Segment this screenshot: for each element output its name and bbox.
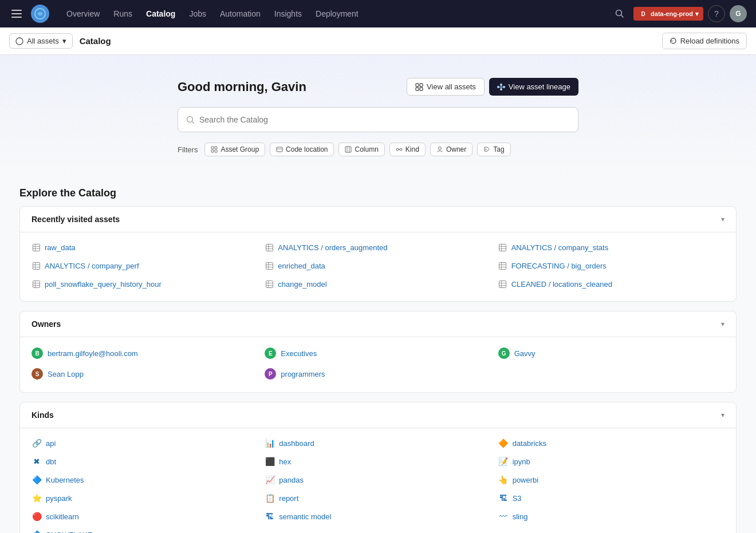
nav-runs[interactable]: Runs: [108, 6, 138, 22]
hero-action-buttons: View all assets View asset lineage: [407, 78, 578, 96]
table-icon: [498, 279, 507, 289]
owners-title: Owners: [32, 319, 61, 329]
kind-item-databricks[interactable]: 🔶 databricks: [498, 435, 724, 451]
nav-automation[interactable]: Automation: [214, 6, 266, 22]
kind-label: ipynb: [513, 457, 530, 466]
kind-item-sling[interactable]: 〰 sling: [498, 508, 724, 524]
scope-chevron: ▾: [62, 37, 66, 45]
svg-rect-42: [33, 262, 40, 269]
hamburger-menu[interactable]: [9, 7, 24, 20]
asset-link[interactable]: enriched_data: [265, 258, 491, 274]
owner-label: Executives: [281, 349, 317, 358]
search-button[interactable]: [611, 5, 629, 23]
asset-link[interactable]: ANALYTICS / company_perf: [32, 258, 258, 274]
asset-link[interactable]: raw_data: [32, 239, 258, 255]
filter-kind[interactable]: Kind: [389, 143, 426, 156]
kind-item-snowflake[interactable]: 🔷 SNOWFLAKE: [32, 527, 258, 533]
kind-label: pandas: [279, 476, 304, 484]
hero-section: Good morning, Gavin View all assets View…: [0, 55, 756, 173]
kind-item-scikitlearn[interactable]: 🔴 scikitlearn: [32, 508, 258, 524]
owner-item[interactable]: E Executives: [265, 344, 491, 362]
kind-icon: 👆: [498, 475, 509, 484]
svg-line-2: [621, 15, 624, 18]
owner-item[interactable]: P programmers: [265, 365, 491, 383]
asset-name: raw_data: [45, 243, 75, 252]
kinds-header[interactable]: Kinds ▾: [20, 402, 736, 428]
kind-item-pyspark[interactable]: ⭐ pyspark: [32, 490, 258, 506]
kind-item-hex[interactable]: ⬛ hex: [265, 453, 491, 469]
owner-avatar: E: [265, 348, 276, 359]
view-asset-lineage-button[interactable]: View asset lineage: [489, 78, 578, 96]
filter-asset-group[interactable]: Asset Group: [204, 143, 265, 156]
recently-visited-body: raw_data ANALYTICS / orders_augmented AN…: [20, 232, 736, 301]
kind-icon: 🔷: [32, 475, 42, 484]
filter-code-location[interactable]: Code location: [270, 143, 334, 156]
nav-catalog[interactable]: Catalog: [140, 6, 181, 22]
asset-name: ANALYTICS / company_stats: [511, 243, 609, 252]
kind-item-semantic-model[interactable]: 🏗 semantic model: [265, 508, 491, 524]
kind-item-pandas[interactable]: 📈 pandas: [265, 472, 491, 488]
kind-item-dashboard[interactable]: 📊 dashboard: [265, 435, 491, 451]
asset-link[interactable]: FORECASTING / big_orders: [498, 258, 724, 274]
view-all-assets-button[interactable]: View all assets: [407, 78, 485, 96]
nav-jobs[interactable]: Jobs: [183, 6, 212, 22]
svg-rect-18: [211, 150, 214, 152]
owner-avatar: P: [265, 368, 276, 380]
kinds-title: Kinds: [32, 410, 54, 420]
owner-item[interactable]: S Sean Lopp: [32, 365, 258, 383]
nav-deployment[interactable]: Deployment: [310, 6, 364, 22]
kind-icon: 🔴: [32, 512, 42, 521]
kind-item-kubernetes[interactable]: 🔷 Kubernetes: [32, 472, 258, 488]
asset-link[interactable]: poll_snowflake_query_history_hour: [32, 276, 258, 292]
kind-item-powerbi[interactable]: 👆 powerbi: [498, 472, 724, 488]
owner-item[interactable]: G Gavvy: [498, 344, 724, 362]
kind-item-ipynb[interactable]: 📝 ipynb: [498, 453, 724, 469]
owner-label: programmers: [281, 370, 325, 378]
svg-point-10: [503, 86, 505, 88]
svg-rect-19: [215, 150, 217, 152]
filter-owner-label: Owner: [446, 145, 466, 153]
table-icon: [498, 243, 507, 252]
kind-item-report[interactable]: 📋 report: [265, 490, 491, 506]
catalog-search-input[interactable]: [199, 115, 570, 124]
filter-code-location-label: Code location: [286, 145, 328, 153]
owner-avatar: G: [498, 348, 510, 359]
asset-link[interactable]: ANALYTICS / company_stats: [498, 239, 724, 255]
user-badge-icon: D: [638, 9, 648, 19]
filter-column-label: Column: [355, 145, 378, 153]
kind-icon: 📊: [265, 439, 275, 448]
kind-icon: 📋: [265, 493, 275, 503]
table-icon: [265, 261, 274, 270]
scope-selector[interactable]: All assets ▾: [9, 33, 73, 49]
filter-kind-label: Kind: [405, 145, 419, 153]
filter-owner[interactable]: Owner: [430, 143, 472, 156]
owner-avatar: S: [32, 368, 43, 380]
user-badge[interactable]: D data-eng-prod ▾: [633, 7, 703, 21]
asset-link[interactable]: change_model: [265, 276, 491, 292]
user-avatar[interactable]: G: [730, 5, 747, 22]
asset-link[interactable]: ANALYTICS / orders_augmented: [265, 239, 491, 255]
nav-insights[interactable]: Insights: [269, 6, 308, 22]
kind-item-dbt[interactable]: ✖ dbt: [32, 453, 258, 469]
asset-name: change_model: [278, 280, 326, 289]
reload-definitions-button[interactable]: Reload definitions: [662, 33, 747, 49]
filters-label: Filters: [178, 145, 198, 154]
kind-icon: 🏗: [498, 493, 509, 503]
view-all-assets-label: View all assets: [427, 82, 476, 91]
asset-link[interactable]: CLEANED / locations_cleaned: [498, 276, 724, 292]
filter-column[interactable]: Column: [338, 143, 384, 156]
help-button[interactable]: ?: [708, 5, 725, 22]
owner-item[interactable]: B bertram.gilfoyle@hooli.com: [32, 344, 258, 362]
nav-overview[interactable]: Overview: [61, 6, 105, 22]
kind-icon: 🔶: [498, 439, 509, 448]
recently-visited-header[interactable]: Recently visited assets ▾: [20, 207, 736, 232]
svg-point-26: [400, 148, 402, 151]
kind-icon: 📈: [265, 475, 275, 484]
owner-label: bertram.gilfoyle@hooli.com: [48, 349, 138, 358]
asset-name: ANALYTICS / orders_augmented: [278, 243, 387, 252]
filter-tag[interactable]: Tag: [477, 143, 510, 156]
kind-item-s3[interactable]: 🏗 S3: [498, 490, 724, 506]
kind-item-api[interactable]: 🔗 api: [32, 435, 258, 451]
owners-header[interactable]: Owners ▾: [20, 311, 736, 337]
owners-chevron: ▾: [721, 320, 724, 328]
